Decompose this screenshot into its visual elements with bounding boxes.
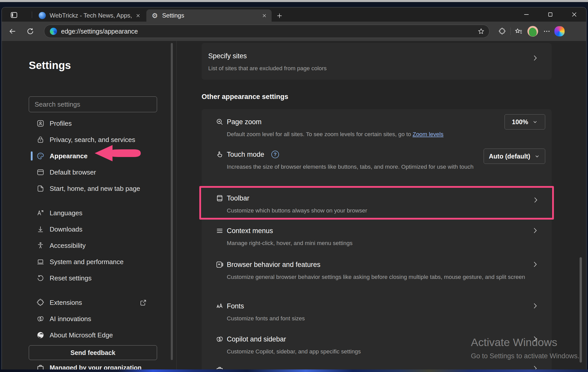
row-title: Copilot and sidebar xyxy=(227,335,286,343)
row-title: Touch mode xyxy=(227,151,264,159)
chevron-right-icon[interactable] xyxy=(531,261,539,268)
profile-avatar[interactable] xyxy=(527,26,538,37)
sidebar-item-extensions[interactable]: Extensions xyxy=(2,294,170,311)
sidebar-item-about[interactable]: About Microsoft Edge xyxy=(2,327,170,343)
specify-sites-row[interactable]: Specify sites List of sites that are exc… xyxy=(202,43,552,73)
sidebar-item-label: Languages xyxy=(50,209,82,217)
context-menus-row[interactable]: Context menus Manage right-click, hover,… xyxy=(202,220,552,253)
row-subtitle: Customize fonts and font sizes xyxy=(227,314,545,323)
browser-features-icon xyxy=(216,261,224,269)
row-title: Fonts xyxy=(227,302,244,310)
close-tab-icon[interactable] xyxy=(134,12,142,19)
fonts-row[interactable]: Fonts Customize fonts and font sizes xyxy=(202,295,552,328)
sidebar-item-privacy[interactable]: Privacy, search, and services xyxy=(2,132,170,148)
profile-icon xyxy=(36,119,45,127)
menu-lines-icon xyxy=(216,227,224,235)
edge-logo-icon xyxy=(50,28,57,35)
sidebar-item-label: Start, home, and new tab page xyxy=(50,185,140,193)
search-input[interactable] xyxy=(29,96,157,112)
chevron-right-icon[interactable] xyxy=(532,196,539,204)
maximize-button[interactable] xyxy=(538,7,562,22)
sidebar-item-label: Default browser xyxy=(50,168,96,176)
chevron-right-icon[interactable] xyxy=(531,302,539,310)
chevron-right-icon xyxy=(531,365,539,369)
sidebar-item-label: Downloads xyxy=(50,225,82,233)
tab-title: WebTrickz - Tech News, Apps, How xyxy=(50,12,132,19)
sidebar-item-label: Appearance xyxy=(50,152,88,160)
cutoff-row xyxy=(202,362,552,369)
minimize-button[interactable] xyxy=(514,7,538,22)
row-title: Specify sites xyxy=(208,52,247,60)
laptop-icon xyxy=(36,258,45,266)
new-page-icon xyxy=(36,184,45,193)
sidebar-item-languages[interactable]: Languages xyxy=(2,205,170,221)
managed-label: Managed by your organization xyxy=(50,364,142,370)
extensions-icon[interactable] xyxy=(496,25,508,37)
sidebar-item-default-browser[interactable]: Default browser xyxy=(2,164,170,180)
palette-icon xyxy=(36,152,45,160)
sidebar-item-label: Privacy, search, and services xyxy=(50,136,135,144)
row-subtitle: Default zoom level for all sites. To see… xyxy=(227,130,545,139)
sidebar-item-reset[interactable]: Reset settings xyxy=(2,270,170,286)
edge-logo-white-icon xyxy=(36,331,45,339)
chevron-right-icon[interactable] xyxy=(531,335,539,343)
close-tab-icon[interactable] xyxy=(260,12,268,19)
send-feedback-button[interactable]: Send feedback xyxy=(29,345,157,360)
languages-icon xyxy=(36,209,45,217)
copilot-outline-icon xyxy=(216,335,224,343)
sidebar-scrollbar[interactable] xyxy=(171,43,173,360)
page-zoom-row: Page zoom Default zoom level for all sit… xyxy=(202,109,552,143)
browser-toolbar: edge://settings/appearance xyxy=(2,22,586,41)
copilot-sidebar-row[interactable]: Copilot and sidebar Customize Copilot, s… xyxy=(202,328,552,362)
more-menu-icon[interactable] xyxy=(541,25,553,37)
row-title: Browser behavior and features xyxy=(227,261,320,269)
managed-by-org[interactable]: Managed by your organization xyxy=(36,364,142,369)
address-bar[interactable]: edge://settings/appearance xyxy=(44,25,489,38)
desktop-edge-strip xyxy=(0,0,588,2)
window-controls xyxy=(514,7,586,22)
sidebar-item-system[interactable]: System and performance xyxy=(2,254,170,270)
url-text[interactable]: edge://settings/appearance xyxy=(61,28,475,35)
browser-behavior-row[interactable]: Browser behavior and features Customize … xyxy=(202,253,552,295)
row-subtitle: Customize which buttons always show on y… xyxy=(227,206,545,216)
tab-actions-menu-icon[interactable] xyxy=(8,10,20,20)
touch-mode-dropdown[interactable]: Auto (default) xyxy=(484,149,545,164)
sidebar-item-ai-innovations[interactable]: AI innovations xyxy=(2,311,170,327)
favorites-icon[interactable] xyxy=(513,25,525,37)
copilot-icon[interactable] xyxy=(554,26,565,36)
zoom-levels-link[interactable]: Zoom levels xyxy=(413,131,443,137)
row-subtitle: Manage right-click, hover, and mini menu… xyxy=(227,238,545,248)
tab-webtrickz[interactable]: WebTrickz - Tech News, Apps, How xyxy=(34,9,145,22)
tab-divider xyxy=(32,11,32,18)
taskbar-sliver xyxy=(0,369,588,372)
copilot-outline-icon xyxy=(36,315,45,323)
sidebar-item-accessibility[interactable]: Accessibility xyxy=(2,237,170,254)
screen: WebTrickz - Tech News, Apps, How ⚙ Setti… xyxy=(0,0,588,372)
favorite-star-icon[interactable] xyxy=(475,26,487,37)
page-zoom-dropdown[interactable]: 100% xyxy=(505,114,545,130)
chevron-right-icon[interactable] xyxy=(531,54,539,62)
selected-indicator xyxy=(31,151,33,161)
section-header: Other appearance settings xyxy=(202,93,288,101)
subtitle-text: Default zoom level for all sites. To see… xyxy=(227,131,413,137)
back-button[interactable] xyxy=(6,25,19,38)
sidebar-item-start-home[interactable]: Start, home, and new tab page xyxy=(2,180,170,197)
new-tab-button[interactable] xyxy=(275,11,284,21)
sidebar-item-profiles[interactable]: Profiles xyxy=(2,115,170,132)
content-scrollbar[interactable] xyxy=(580,257,582,363)
specify-sites-card: Specify sites List of sites that are exc… xyxy=(202,43,552,80)
other-appearance-card: Page zoom Default zoom level for all sit… xyxy=(202,109,552,369)
chevron-down-icon xyxy=(534,153,540,159)
globe-icon xyxy=(38,12,46,19)
help-icon[interactable]: ? xyxy=(271,151,279,158)
refresh-button[interactable] xyxy=(24,25,37,38)
tab-title: Settings xyxy=(162,12,258,19)
sidebar-item-downloads[interactable]: Downloads xyxy=(2,221,170,237)
chevron-right-icon[interactable] xyxy=(531,227,539,234)
close-button[interactable] xyxy=(562,7,586,22)
browser-window: WebTrickz - Tech News, Apps, How ⚙ Setti… xyxy=(2,7,586,369)
lock-icon xyxy=(36,136,45,144)
toolbar-row-highlighted[interactable]: Toolbar Customize which buttons always s… xyxy=(199,186,554,220)
tab-settings[interactable]: ⚙ Settings xyxy=(146,9,272,22)
sidebar-item-appearance[interactable]: Appearance xyxy=(2,148,170,164)
